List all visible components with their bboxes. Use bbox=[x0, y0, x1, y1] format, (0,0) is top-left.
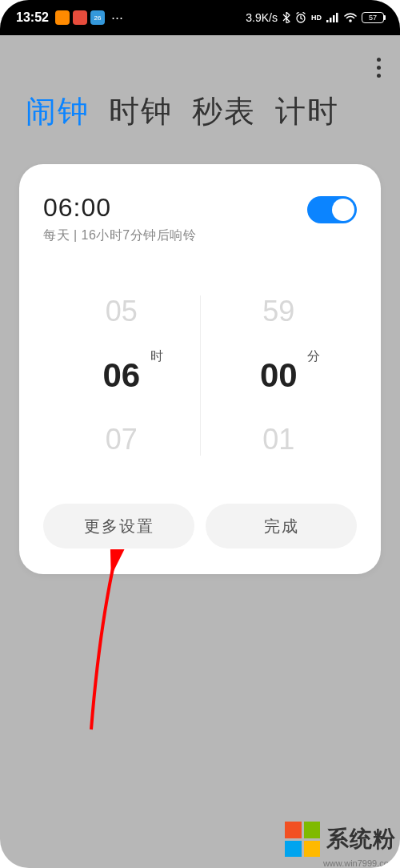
more-settings-button[interactable]: 更多设置 bbox=[43, 504, 194, 549]
svg-rect-2 bbox=[330, 18, 332, 22]
tab-alarm[interactable]: 闹钟 bbox=[26, 91, 90, 132]
microsoft-logo-icon bbox=[285, 822, 320, 857]
hour-picker[interactable]: 05 06 时 07 bbox=[50, 279, 194, 472]
watermark: 系统粉 bbox=[285, 822, 396, 857]
svg-rect-4 bbox=[336, 13, 338, 22]
watermark-text: 系统粉 bbox=[326, 824, 396, 854]
min-next: 01 bbox=[207, 408, 351, 472]
bluetooth-icon bbox=[282, 12, 290, 23]
svg-rect-1 bbox=[326, 20, 329, 22]
app-icon-3: 26 bbox=[90, 10, 105, 25]
wifi-icon bbox=[344, 13, 357, 22]
alarm-status-icon bbox=[295, 12, 306, 23]
alarm-time: 06:00 bbox=[43, 193, 307, 223]
menu-icon[interactable] bbox=[377, 58, 381, 78]
tab-bar: 闹钟 时钟 秒表 计时 bbox=[16, 58, 384, 156]
tab-clock[interactable]: 时钟 bbox=[109, 91, 173, 132]
svg-rect-3 bbox=[333, 15, 335, 22]
signal-icon bbox=[326, 13, 339, 22]
hour-next: 07 bbox=[50, 408, 194, 472]
alarm-toggle[interactable] bbox=[307, 196, 357, 223]
status-more-icon: ⋯ bbox=[111, 10, 125, 25]
alarm-desc: 每天 | 16小时7分钟后响铃 bbox=[43, 227, 307, 244]
watermark-url: www.win7999.com bbox=[323, 858, 396, 868]
min-unit: 分 bbox=[307, 348, 320, 365]
tab-stopwatch[interactable]: 秒表 bbox=[192, 91, 256, 132]
hour-selected: 06 时 bbox=[50, 344, 194, 408]
hour-unit: 时 bbox=[150, 348, 163, 365]
min-selected: 00 分 bbox=[207, 344, 351, 408]
done-button[interactable]: 完成 bbox=[206, 504, 357, 549]
annotation-arrow bbox=[83, 549, 147, 741]
alarm-edit-card: 06:00 每天 | 16小时7分钟后响铃 05 06 时 07 59 00 bbox=[19, 164, 381, 574]
network-speed: 3.9K/s bbox=[246, 11, 278, 24]
battery-icon: 57 bbox=[362, 12, 384, 23]
min-prev: 59 bbox=[207, 279, 351, 344]
tab-timer[interactable]: 计时 bbox=[275, 91, 339, 132]
hour-prev: 05 bbox=[50, 279, 194, 344]
status-bar: 13:52 26 ⋯ 3.9K/s HD 57 bbox=[0, 0, 400, 35]
status-time: 13:52 bbox=[16, 10, 49, 25]
app-icon-2 bbox=[73, 10, 87, 25]
minute-picker[interactable]: 59 00 分 01 bbox=[207, 279, 351, 472]
hd-icon: HD bbox=[311, 14, 322, 22]
status-app-icons: 26 bbox=[55, 10, 105, 25]
app-icon-1 bbox=[55, 10, 70, 25]
